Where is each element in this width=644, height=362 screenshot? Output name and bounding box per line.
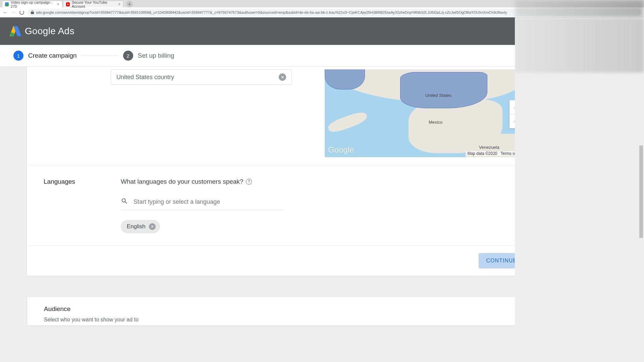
forward-icon[interactable]: →	[11, 9, 16, 15]
chip-label: English	[127, 223, 146, 230]
viewport: Google Ads 1 Create campaign 2 Set up bi…	[0, 17, 644, 362]
terms-link[interactable]: Terms of Use	[500, 151, 515, 156]
reload-icon[interactable]	[19, 10, 24, 15]
map-label-us: United States	[425, 93, 451, 98]
step-label: Create campaign	[28, 52, 77, 59]
step-number: 1	[13, 51, 23, 61]
audience-title: Audience	[37, 305, 515, 313]
url-text: ads.google.com/aw/video/signup?ocid=3598…	[36, 10, 507, 14]
search-icon	[121, 197, 128, 206]
map-label-venezuela: Venezuela	[479, 145, 499, 150]
zoom-out-button[interactable]: −	[509, 114, 515, 128]
audience-card: Audience Select who you want to show you…	[27, 296, 515, 326]
language-chip-english: English ✕	[121, 220, 160, 233]
language-search[interactable]	[121, 197, 283, 210]
campaign-stepper: 1 Create campaign 2 Set up billing	[0, 45, 515, 67]
map-label-mexico: Mexico	[429, 120, 442, 125]
language-input[interactable]	[133, 198, 283, 205]
lock-icon	[31, 10, 34, 14]
help-icon[interactable]: ?	[246, 179, 252, 185]
vertical-scrollbar[interactable]	[639, 145, 644, 239]
close-icon[interactable]: ×	[57, 2, 59, 7]
tab-title: Secure Your YouTube Account	[72, 0, 116, 8]
card-actions: CONTINUE	[27, 245, 515, 276]
watermark-overlay	[515, 17, 644, 73]
watermark-overlay	[515, 0, 644, 17]
google-map-logo: Google	[328, 145, 354, 155]
remove-chip-icon[interactable]: ✕	[149, 223, 156, 230]
app-title: Google Ads	[25, 26, 74, 37]
location-section: United States country ✕ United States Me…	[27, 77, 515, 166]
page-body: United States country ✕ United States Me…	[0, 67, 515, 362]
step-2[interactable]: 2 Set up billing	[123, 51, 174, 61]
new-tab-button[interactable]: +	[126, 1, 133, 7]
app-header: Google Ads	[0, 17, 515, 45]
languages-section: Languages What languages do your custome…	[27, 166, 515, 245]
location-value: United States country	[116, 74, 174, 81]
languages-question: What languages do your customers speak? …	[121, 178, 283, 185]
location-languages-card: United States country ✕ United States Me…	[26, 67, 515, 276]
remove-location-icon[interactable]: ✕	[279, 73, 286, 81]
step-1[interactable]: 1 Create campaign	[13, 51, 77, 61]
map-zoom-control: + −	[509, 100, 515, 128]
audience-subtitle: Select who you want to show your ad to	[37, 317, 515, 323]
browser-tab-1[interactable]: Secure Your YouTube Account ×	[63, 1, 123, 7]
google-ads-favicon	[5, 2, 9, 6]
location-map[interactable]: United States Mexico Venezuela + − Googl…	[325, 69, 515, 157]
step-label: Set up billing	[138, 52, 174, 59]
tab-title: Video sign-up campaign - 270	[11, 0, 55, 8]
step-connector	[82, 56, 118, 56]
continue-button[interactable]: CONTINUE	[479, 253, 515, 268]
step-number: 2	[123, 51, 133, 61]
youtube-favicon	[66, 2, 70, 6]
location-input[interactable]: United States country ✕	[111, 69, 292, 85]
page-content: Google Ads 1 Create campaign 2 Set up bi…	[0, 17, 515, 362]
close-icon[interactable]: ×	[118, 2, 120, 7]
back-icon[interactable]: ←	[3, 9, 8, 15]
map-attribution: Map data ©2020 Terms of Use	[466, 151, 515, 156]
section-title: Languages	[37, 178, 121, 233]
browser-tab-0[interactable]: Video sign-up campaign - 270 ×	[2, 1, 62, 7]
google-ads-logo-icon	[10, 26, 21, 36]
zoom-in-button[interactable]: +	[509, 100, 515, 114]
